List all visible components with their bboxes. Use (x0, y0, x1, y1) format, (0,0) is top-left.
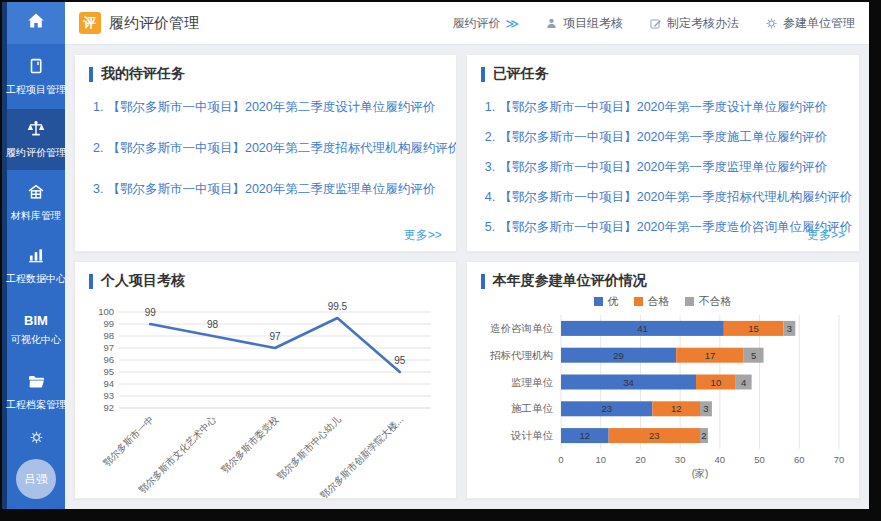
svg-text:监理单位: 监理单位 (511, 376, 554, 388)
svg-text:97: 97 (103, 342, 114, 353)
panel-pending-tasks: 我的待评任务 1.【鄂尔多斯市一中项目】2020年第二季度设计单位履约评价2.【… (74, 54, 457, 252)
svg-text:2: 2 (701, 430, 706, 441)
svg-text:98: 98 (103, 330, 114, 341)
svg-text:3: 3 (703, 403, 708, 414)
svg-text:70: 70 (833, 454, 844, 465)
legend-item: 合格 (634, 294, 669, 309)
svg-text:99.5: 99.5 (328, 301, 348, 312)
legend-swatch (685, 297, 694, 306)
folder-icon (27, 372, 45, 394)
panel-header: 已评任务 (481, 65, 845, 83)
task-item[interactable]: 4.【鄂尔多斯市一中项目】2020年第一季度招标代理机构履约评价 (485, 189, 845, 206)
svg-text:10: 10 (595, 454, 606, 465)
legend-swatch (594, 297, 603, 306)
sidebar-item-folder[interactable]: 工程档案管理 (7, 361, 65, 422)
bar-chart: 010203040506070(家)造价咨询单位41153招标代理机构29175… (481, 311, 853, 483)
nav-item-edit[interactable]: 制定考核办法 (649, 15, 739, 32)
gear-icon (765, 17, 778, 30)
svg-text:34: 34 (623, 377, 634, 388)
panel-header: 个人项目考核 (89, 272, 442, 290)
task-link: 【鄂尔多斯市一中项目】2020年第二季度招标代理机构履约评价 (107, 141, 456, 155)
svg-text:20: 20 (635, 454, 646, 465)
nav-item-label: 制定考核办法 (667, 15, 739, 32)
task-number: 4. (485, 190, 495, 204)
nav-item-person[interactable]: 项目组考核 (545, 15, 623, 32)
sidebar-item-warehouse[interactable]: 材料库管理 (7, 172, 65, 233)
home-icon (26, 11, 46, 35)
panel-title: 已评任务 (493, 65, 549, 83)
svg-text:招标代理机构: 招标代理机构 (490, 349, 553, 361)
task-item[interactable]: 2.【鄂尔多斯市一中项目】2020年第一季度施工单位履约评价 (485, 129, 845, 146)
sidebar: 工程项目管理履约评价管理材料库管理工程数据中心BIM可视化中心工程档案管理 吕强 (2, 2, 65, 509)
chevrons-icon: ≫ (505, 17, 519, 30)
sidebar-item-chart[interactable]: 工程数据中心 (7, 235, 65, 296)
svg-text:鄂尔多斯市委党校: 鄂尔多斯市委党校 (219, 413, 281, 475)
svg-text:17: 17 (704, 350, 715, 361)
task-number: 3. (93, 182, 103, 196)
svg-text:4: 4 (741, 377, 746, 388)
svg-text:5: 5 (751, 350, 756, 361)
warehouse-icon (27, 183, 45, 205)
svg-text:40: 40 (714, 454, 725, 465)
svg-text:60: 60 (794, 454, 805, 465)
task-number: 1. (93, 100, 103, 114)
task-number: 2. (485, 130, 495, 144)
svg-text:99: 99 (103, 318, 114, 329)
panel-personal-assessment: 个人项目考核 100999897969594939299989799.595鄂尔… (74, 261, 457, 499)
task-number: 2. (93, 141, 103, 155)
task-number: 1. (485, 100, 495, 114)
top-nav: 履约评价≫项目组考核制定考核办法参建单位管理 (452, 15, 855, 32)
edit-icon (649, 17, 662, 30)
task-item[interactable]: 3.【鄂尔多斯市一中项目】2020年第二季度监理单位履约评价 (93, 181, 442, 198)
more-link-done[interactable]: 更多>> (807, 227, 845, 244)
accent-bar (481, 274, 485, 289)
person-icon (545, 17, 558, 30)
svg-text:造价咨询单位: 造价咨询单位 (490, 322, 554, 334)
svg-text:94: 94 (103, 378, 114, 389)
legend-item: 不合格 (685, 294, 731, 309)
sidebar-spacer (7, 422, 65, 430)
task-link: 【鄂尔多斯市一中项目】2020年第一季度监理单位履约评价 (499, 160, 827, 174)
sidebar-item-label: 工程数据中心 (6, 272, 66, 286)
home-button[interactable] (7, 2, 65, 44)
svg-text:29: 29 (613, 350, 624, 361)
svg-text:鄂尔多斯市一中: 鄂尔多斯市一中 (101, 414, 156, 469)
line-chart: 100999897969594939299989799.595鄂尔多斯市一中鄂尔… (89, 296, 447, 484)
legend-label: 合格 (647, 294, 669, 309)
scale-icon (27, 120, 45, 142)
task-item[interactable]: 1.【鄂尔多斯市一中项目】2020年第二季度设计单位履约评价 (93, 99, 442, 116)
sidebar-item-scale[interactable]: 履约评价管理 (7, 109, 65, 170)
sidebar-item-label: 材料库管理 (11, 209, 61, 223)
page-title: 履约评价管理 (109, 14, 199, 33)
more-link-pending[interactable]: 更多>> (404, 227, 442, 244)
task-link: 【鄂尔多斯市一中项目】2020年第一季度施工单位履约评价 (499, 130, 827, 144)
panel-title: 我的待评任务 (101, 65, 185, 83)
nav-item-label: 履约评价 (452, 15, 500, 32)
task-item[interactable]: 1.【鄂尔多斯市一中项目】2020年第一季度设计单位履约评价 (485, 99, 845, 116)
task-number: 5. (485, 220, 495, 234)
done-task-list: 1.【鄂尔多斯市一中项目】2020年第一季度设计单位履约评价2.【鄂尔多斯市一中… (481, 99, 845, 236)
legend-swatch (634, 297, 643, 306)
panel-unit-evaluation: 本年度参建单位评价情况 优合格不合格 010203040506070(家)造价咨… (466, 261, 860, 499)
settings-button[interactable] (7, 430, 65, 449)
pending-task-list: 1.【鄂尔多斯市一中项目】2020年第二季度设计单位履约评价2.【鄂尔多斯市一中… (89, 99, 442, 198)
legend-label: 优 (607, 294, 618, 309)
sidebar-item-bim[interactable]: BIM可视化中心 (7, 298, 65, 359)
sidebar-item-label: 履约评价管理 (6, 146, 66, 160)
svg-text:92: 92 (103, 402, 114, 413)
svg-text:12: 12 (671, 403, 682, 414)
svg-text:0: 0 (558, 454, 563, 465)
svg-text:41: 41 (637, 323, 648, 334)
svg-text:10: 10 (710, 377, 721, 388)
bar-chart-legend: 优合格不合格 (481, 294, 845, 309)
nav-item-gear[interactable]: 参建单位管理 (765, 15, 855, 32)
task-item[interactable]: 3.【鄂尔多斯市一中项目】2020年第一季度监理单位履约评价 (485, 159, 845, 176)
task-item[interactable]: 5.【鄂尔多斯市一中项目】2020年第一季度造价咨询单位履约评价 (485, 219, 845, 236)
user-avatar[interactable]: 吕强 (16, 459, 56, 499)
svg-text:15: 15 (748, 323, 759, 334)
task-item[interactable]: 2.【鄂尔多斯市一中项目】2020年第二季度招标代理机构履约评价 (93, 140, 442, 157)
sidebar-item-book[interactable]: 工程项目管理 (7, 46, 65, 107)
svg-text:99: 99 (145, 307, 157, 318)
bim-icon: BIM (24, 311, 48, 329)
nav-item-chevrons[interactable]: 履约评价≫ (452, 15, 519, 32)
